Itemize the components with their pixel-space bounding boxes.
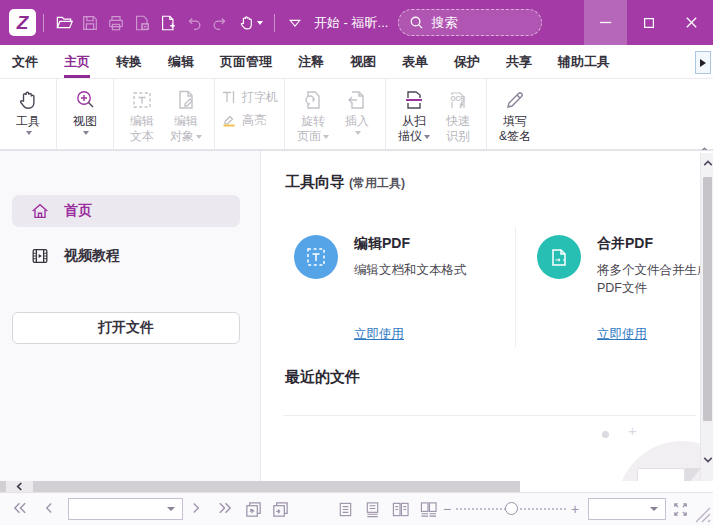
facing-continuous-view-button[interactable] — [419, 501, 438, 518]
edit-text-label-1: 编辑 — [130, 114, 154, 129]
last-page-button[interactable] — [218, 501, 233, 515]
merge-pdf-icon[interactable] — [537, 235, 581, 279]
tab-edit[interactable]: 编辑 — [168, 45, 194, 78]
ribbon-group-tools: 工具 — [0, 79, 57, 149]
ribbon-group-scan: 从扫 描仪 OCR 快速 识别 — [386, 79, 487, 149]
rotate-page-icon — [301, 86, 325, 114]
rotate-pages-button[interactable]: 旋转 页面 — [291, 83, 335, 144]
pencil-icon — [503, 86, 527, 114]
tools-button[interactable]: 工具 — [6, 83, 50, 137]
sidebar-item-label: 视频教程 — [64, 247, 120, 265]
tools-label: 工具 — [16, 114, 40, 129]
tab-comment[interactable]: 注释 — [298, 45, 324, 78]
tab-accessibility[interactable]: 辅助工具 — [558, 45, 610, 78]
card-title[interactable]: 编辑PDF — [354, 235, 410, 253]
page-number-combobox[interactable] — [68, 498, 183, 520]
hand-tool-icon[interactable] — [233, 9, 267, 37]
dropdown-caret-icon — [355, 131, 361, 135]
card-title[interactable]: 合并PDF — [597, 235, 653, 253]
hand-tool-icon — [16, 86, 40, 114]
first-page-button[interactable] — [12, 501, 27, 515]
create-pdf-icon[interactable] — [155, 9, 181, 37]
fill-sign-label-2: &签名 — [499, 129, 531, 144]
facing-view-button[interactable] — [391, 501, 410, 518]
decorative-card — [637, 468, 685, 481]
next-page-button[interactable] — [192, 501, 201, 515]
quick-access-dropdown-icon[interactable] — [282, 9, 308, 37]
zoom-out-icon[interactable]: − — [443, 501, 451, 517]
edit-object-button[interactable]: 编辑 对象 — [164, 83, 208, 144]
rotate-label-1: 旋转 — [301, 114, 325, 129]
ribbon-toolbar: 工具 视图 编辑 文本 — [0, 79, 713, 150]
redo-icon[interactable] — [207, 9, 233, 37]
save-icon[interactable] — [77, 9, 103, 37]
hand-tool-caret-icon — [257, 21, 263, 25]
fullscreen-button[interactable] — [672, 501, 689, 518]
divider — [274, 14, 275, 32]
resize-grip[interactable] — [691, 503, 711, 523]
continuous-view-button[interactable] — [364, 501, 381, 518]
highlight-button[interactable]: 高亮 — [221, 112, 278, 128]
zoom-slider-handle[interactable] — [505, 502, 518, 515]
window-title: 开始 - 福昕... — [314, 14, 388, 32]
minimize-button[interactable] — [584, 0, 627, 45]
decorative-plus-icon: + — [628, 422, 637, 439]
ribbon-group-sign: 填写 &签名 — [487, 79, 543, 149]
scrollbar-thumb[interactable] — [703, 177, 712, 421]
decorative-chevrons: » — [670, 479, 677, 481]
ribbon-group-view: 视图 — [57, 79, 114, 149]
vertical-scrollbar[interactable] — [700, 153, 713, 481]
highlight-label: 高亮 — [242, 113, 266, 128]
tab-file[interactable]: 文件 — [12, 45, 38, 78]
scroll-down-icon[interactable] — [701, 456, 713, 464]
open-file-button[interactable]: 打开文件 — [12, 312, 240, 344]
from-scanner-button[interactable]: 从扫 描仪 — [392, 83, 436, 144]
fill-sign-button[interactable]: 填写 &签名 — [493, 83, 537, 144]
typewriter-button[interactable]: 打字机 — [221, 89, 278, 105]
zoom-view-icon — [73, 86, 97, 114]
scroll-up-icon[interactable] — [701, 159, 713, 167]
maximize-button[interactable] — [627, 0, 670, 45]
more-tabs-button[interactable] — [695, 51, 711, 74]
tool-wizard-heading: 工具向导(常用工具) — [285, 173, 405, 192]
edit-text-button[interactable]: 编辑 文本 — [120, 83, 164, 144]
tab-share[interactable]: 共享 — [506, 45, 532, 78]
arrow-right-icon — [700, 59, 706, 67]
undo-icon[interactable] — [181, 9, 207, 37]
edit-text-icon — [130, 86, 154, 114]
tab-convert[interactable]: 转换 — [116, 45, 142, 78]
close-document-icon[interactable] — [129, 9, 155, 37]
next-view-button[interactable] — [271, 500, 290, 519]
ocr-icon: OCR — [446, 86, 470, 114]
tab-form[interactable]: 表单 — [402, 45, 428, 78]
use-now-link[interactable]: 立即使用 — [354, 326, 404, 343]
sidebar-item-home[interactable]: 首页 — [12, 195, 240, 227]
previous-page-button[interactable] — [44, 501, 53, 515]
single-page-view-button[interactable] — [337, 501, 354, 518]
window-controls — [584, 0, 713, 45]
zoom-in-icon[interactable]: + — [571, 501, 579, 517]
edit-pdf-icon[interactable] — [294, 235, 338, 279]
collapse-panel-button[interactable] — [6, 481, 33, 492]
typewriter-label: 打字机 — [242, 90, 278, 105]
zoom-level-combobox[interactable] — [588, 498, 666, 520]
scanner-icon — [402, 86, 426, 114]
search-input[interactable]: 搜索 — [398, 9, 542, 36]
tab-page-organize[interactable]: 页面管理 — [220, 45, 272, 78]
tab-home[interactable]: 主页 — [64, 45, 90, 78]
close-button[interactable] — [670, 0, 713, 45]
quick-ocr-button[interactable]: OCR 快速 识别 — [436, 83, 480, 144]
view-button[interactable]: 视图 — [63, 83, 107, 137]
tab-protect[interactable]: 保护 — [454, 45, 480, 78]
tab-view[interactable]: 视图 — [350, 45, 376, 78]
ribbon-group-comment: 打字机 高亮 — [215, 79, 285, 149]
previous-view-button[interactable] — [244, 500, 263, 519]
insert-pages-button[interactable]: 插入 — [335, 83, 379, 137]
print-icon[interactable] — [103, 9, 129, 37]
use-now-link[interactable]: 立即使用 — [597, 326, 647, 343]
open-file-icon[interactable] — [51, 9, 77, 37]
sidebar-item-video-tutorials[interactable]: 视频教程 — [12, 240, 240, 272]
edit-object-label-1: 编辑 — [174, 114, 198, 129]
app-logo-icon: Z — [9, 9, 36, 36]
edit-object-icon — [174, 86, 198, 114]
